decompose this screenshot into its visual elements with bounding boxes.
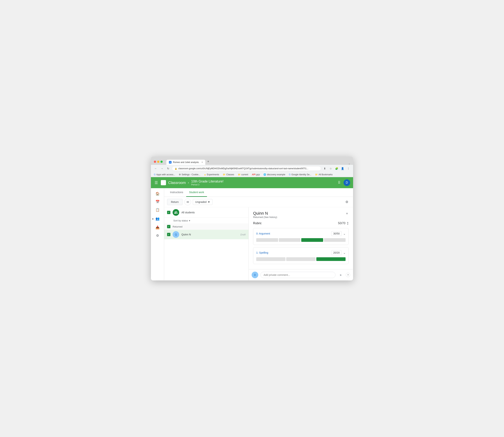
bookmark-discovery[interactable]: 🌐 discovery example [263,173,286,176]
criteria-spelling-bar [256,257,346,261]
detail-close-btn[interactable]: × [345,211,349,216]
comment-area: D ➤ ? [249,269,353,280]
google-apps-icon[interactable]: ⠿ [337,180,341,186]
bookmark-classes[interactable]: 📁 Classes [222,173,235,176]
criteria-spelling-score-row: 20/20 ⌄ [331,250,346,255]
tab-instructions[interactable]: Instructions [167,188,186,197]
criteria-spelling-chevron[interactable]: ⌄ [343,251,346,255]
all-students-row: ✓ All students [164,207,249,218]
sidebar-calendar[interactable]: 📅 [154,198,161,205]
sidebar-archive[interactable]: 📥 [154,224,161,231]
sort-dropdown-arrow[interactable]: ▾ [189,219,190,222]
download-btn[interactable]: ⬇ [322,166,327,171]
settings-button[interactable]: ⚙ [343,199,350,205]
forward-btn[interactable]: → [159,166,164,171]
student-panel: ✓ All students Sort by status [164,207,249,280]
commenter-avatar: D [252,272,258,278]
refresh-btn[interactable]: ↻ [166,166,171,171]
toolbar: Return ✉ Ungraded ▼ ⚙ [164,197,353,207]
criteria-argument-score-badge: 30/50 [331,231,342,236]
bookmark-btn[interactable]: ☆ [328,166,333,171]
bookmark-google-identity[interactable]: G Google Identity Se... [288,173,312,176]
bookmark-all-label: All Bookmarks [319,173,333,176]
right-content: Instructions Student work Return ✉ Ungra… [164,188,353,280]
all-students-icon [173,209,179,216]
sidebar-assignments[interactable]: 📋 [154,206,161,214]
extensions-btn[interactable]: 🧩 [334,166,339,171]
comment-help-btn[interactable]: ? [346,273,350,277]
bookmark-settings-label: Settings - Cookie... [181,173,200,176]
criteria-spelling-header: 1: Spelling 20/20 ⌄ [256,250,346,255]
send-comment-btn[interactable]: ➤ [338,272,343,278]
tab-title: Romeo and Juliet analysis. [173,161,199,164]
bookmark-apps-icon: G [154,173,155,176]
mail-icon: ✉ [187,200,189,204]
bookmark-gcp[interactable]: API gcp [251,173,261,176]
student-row-quinn[interactable]: ✓ Q Quinn N Draft [164,230,249,239]
user-avatar[interactable]: D [343,179,350,186]
returned-section-title: Returned [173,225,182,228]
course-period: Period 3 [191,183,223,186]
returned-checkbox-check: ✓ [168,225,170,228]
sidebar-home[interactable]: 🏠 [154,190,161,197]
private-comment-input[interactable] [261,272,335,278]
grading-dropdown[interactable]: Ungraded ▼ [193,199,212,205]
tab-student-work[interactable]: Student work [186,188,207,197]
bookmarks-bar: G Apps with access... ⚙ Settings - Cooki… [151,172,353,177]
spell-seg-3 [316,257,346,261]
course-name: 10th Grade Literature! [191,179,223,183]
course-info: 10th Grade Literature! Period 3 [191,179,223,186]
app: ☰ Classroom › 10th Grade Literature! Per… [151,177,353,280]
close-traffic-light[interactable] [154,161,156,163]
traffic-lights [154,161,163,163]
back-btn[interactable]: ← [153,166,158,171]
bookmark-experiments[interactable]: ▲ Experiments [203,173,220,176]
classroom-logo [161,180,166,185]
bookmark-google-identity-icon: G [289,173,291,176]
criteria-argument-chevron[interactable]: ⌄ [343,232,346,235]
score-down-arrow: ▼ [347,223,349,225]
bookmark-settings[interactable]: ⚙ Settings - Cookie... [178,173,201,176]
tab-close-btn[interactable]: × [202,161,203,164]
menu-btn[interactable]: ⋮ [346,166,351,171]
sidebar-settings[interactable]: ⚙ [154,232,161,239]
criteria-spelling-title: 1: Spelling [256,251,268,254]
tab-bar: G Romeo and Juliet analysis. × + ⌄ [166,159,350,165]
bookmark-settings-icon: ⚙ [179,173,181,176]
checkbox-check-icon: ✓ [168,211,170,214]
bookmark-google-identity-label: Google Identity Se... [291,173,311,176]
profile-btn[interactable]: 👤 [340,166,345,171]
sort-row: Sort by status ▾ [164,218,249,223]
maximize-traffic-light[interactable] [161,161,163,163]
criteria-argument-title: 0: Argument [256,232,270,235]
header-chevron-icon: › [188,181,189,184]
address-bar[interactable]: 🔒 classroom.google.com/u/0/c/NjEyMDI4ODI… [172,166,321,171]
bookmark-all[interactable]: 📁 All Bookmarks [314,173,333,176]
bookmark-current-label: current [241,173,248,176]
tab-favicon: G [169,161,171,164]
sidebar-people[interactable]: 👥 [154,215,161,222]
bookmark-experiments-label: Experiments [207,173,219,176]
hamburger-menu[interactable]: ☰ [154,180,159,186]
spell-seg-1 [256,257,285,261]
criteria-argument-score-row: 30/50 ⌄ [331,231,346,236]
bookmark-current[interactable]: 📁 current [237,173,249,176]
return-button[interactable]: Return [167,199,182,205]
tabs-bar: Instructions Student work [164,188,353,197]
bookmark-experiments-icon: ▲ [204,173,206,176]
arg-seg-2 [279,238,301,242]
rubric-score-arrows[interactable]: ▲ ▼ [347,221,349,225]
returned-section-checkbox[interactable]: ✓ [167,225,170,228]
criteria-argument-bar [256,238,346,242]
criteria-spelling: 1: Spelling 20/20 ⌄ [253,247,349,264]
active-tab[interactable]: G Romeo and Juliet analysis. × [166,160,205,165]
sidebar-people-section[interactable]: ▶ 👥 [151,214,164,223]
detail-panel: Quinn N Returned (See history) × Rubric … [249,207,353,280]
new-tab-btn[interactable]: + [205,159,211,165]
criteria-spelling-score-badge: 20/20 [331,250,342,255]
email-button[interactable]: ✉ [184,199,191,205]
quinn-checkbox[interactable]: ✓ [167,233,170,236]
bookmark-apps[interactable]: G Apps with access... [153,173,176,176]
all-students-checkbox[interactable]: ✓ [167,211,170,214]
minimize-traffic-light[interactable] [157,161,159,163]
